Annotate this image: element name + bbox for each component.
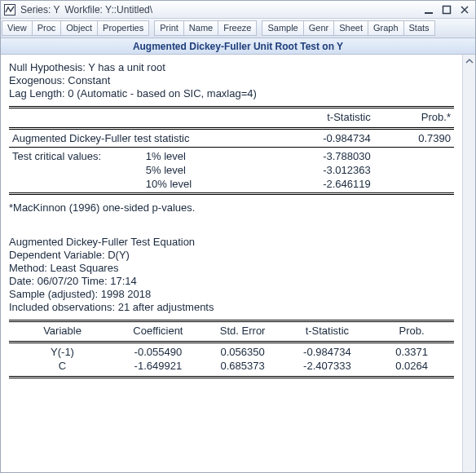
exogenous-line: Exogenous: Constant <box>9 74 454 86</box>
crit-level-10: 10% level <box>143 177 285 191</box>
adf-label: Augmented Dickey-Fuller test statistic <box>9 131 285 145</box>
toolbar-sheet[interactable]: Sheet <box>333 20 368 36</box>
crit-level-1: 1% level <box>143 149 285 163</box>
crit-value-1: -3.788030 <box>285 149 374 163</box>
minimize-button[interactable] <box>423 4 434 15</box>
hdr-prob: Prob. <box>369 324 454 338</box>
adf-p: 0.7390 <box>374 131 454 145</box>
toolbar-stats[interactable]: Stats <box>403 20 435 36</box>
crit-value-10: -2.646119 <box>285 177 374 191</box>
vertical-scrollbar[interactable] <box>462 55 475 472</box>
toolbar: View Proc Object Properties Print Name F… <box>1 19 475 38</box>
result-title: Augmented Dickey-Fuller Unit Root Test o… <box>1 38 475 55</box>
null-hypothesis: Null Hypothesis: Y has a unit root <box>9 61 454 73</box>
coef-table: Y(-1) -0.055490 0.056350 -0.984734 0.337… <box>9 345 454 373</box>
row1-coef: -0.055490 <box>116 345 201 359</box>
row2-p: 0.0264 <box>369 359 454 373</box>
critical-values-table: Test critical values: 1% level -3.788030… <box>9 149 454 191</box>
toolbar-freeze[interactable]: Freeze <box>218 20 257 36</box>
series-icon <box>4 4 15 15</box>
maximize-button[interactable] <box>441 4 452 15</box>
crit-values-label: Test critical values: <box>9 149 143 163</box>
crit-value-5: -3.012363 <box>285 163 374 177</box>
toolbar-genr[interactable]: Genr <box>303 20 334 36</box>
hdr-coef: Coefficient <box>116 324 201 338</box>
row1-p: 0.3371 <box>369 345 454 359</box>
title-series: Series: Y <box>20 4 60 15</box>
eq-obs: Included observations: 21 after adjustme… <box>9 301 454 313</box>
toolbar-group-3: Sample Genr Sheet Graph Stats <box>262 20 434 36</box>
header-prob: Prob.* <box>374 110 454 124</box>
titlebar[interactable]: Series: Y Workfile: Y::Untitled\ <box>1 1 475 19</box>
crit-level-5: 5% level <box>143 163 285 177</box>
window-controls <box>423 4 472 15</box>
eq-sample: Sample (adjusted): 1998 2018 <box>9 288 454 300</box>
scroll-up-icon[interactable] <box>463 55 475 68</box>
table-row: Y(-1) -0.055490 0.056350 -0.984734 0.337… <box>9 345 454 359</box>
eq-depvar: Dependent Variable: D(Y) <box>9 249 454 261</box>
adf-row-table: Augmented Dickey-Fuller test statistic -… <box>9 131 454 145</box>
row2-se: 0.685373 <box>201 359 285 373</box>
row2-coef: -1.649921 <box>116 359 201 373</box>
title-workfile: Workfile: Y::Untitled\ <box>64 4 152 15</box>
toolbar-object[interactable]: Object <box>60 20 98 36</box>
toolbar-sample[interactable]: Sample <box>262 20 303 36</box>
test-stat-table: t-Statistic Prob.* <box>9 110 454 124</box>
hdr-t: t-Statistic <box>285 324 370 338</box>
mackinnon-note: *MacKinnon (1996) one-sided p-values. <box>9 201 454 214</box>
equation-header: Augmented Dickey-Fuller Test Equation De… <box>9 236 454 313</box>
header-tstat: t-Statistic <box>285 110 374 124</box>
series-window: Series: Y Workfile: Y::Untitled\ View Pr… <box>0 0 476 473</box>
row1-var: Y(-1) <box>9 345 116 359</box>
close-button[interactable] <box>459 4 470 15</box>
lag-length-line: Lag Length: 0 (Automatic - based on SIC,… <box>9 87 454 99</box>
table-row: C -1.649921 0.685373 -2.407333 0.0264 <box>9 359 454 373</box>
toolbar-view[interactable]: View <box>2 20 33 36</box>
output-content: Null Hypothesis: Y has a unit root Exoge… <box>1 55 462 472</box>
row2-t: -2.407333 <box>285 359 370 373</box>
row1-se: 0.056350 <box>201 345 285 359</box>
eq-date: Date: 06/07/20 Time: 17:14 <box>9 275 454 287</box>
svg-rect-2 <box>443 6 451 13</box>
toolbar-properties[interactable]: Properties <box>97 20 149 36</box>
toolbar-print[interactable]: Print <box>154 20 184 36</box>
coef-header-table: Variable Coefficient Std. Error t-Statis… <box>9 324 454 338</box>
eq-method: Method: Least Squares <box>9 262 454 274</box>
hypothesis-block: Null Hypothesis: Y has a unit root Exoge… <box>9 61 454 99</box>
toolbar-group-2: Print Name Freeze <box>154 20 257 36</box>
toolbar-graph[interactable]: Graph <box>368 20 404 36</box>
hdr-se: Std. Error <box>201 324 285 338</box>
row1-t: -0.984734 <box>285 345 370 359</box>
toolbar-name[interactable]: Name <box>183 20 218 36</box>
toolbar-proc[interactable]: Proc <box>32 20 62 36</box>
row2-var: C <box>9 359 116 373</box>
eq-title: Augmented Dickey-Fuller Test Equation <box>9 236 454 248</box>
toolbar-group-1: View Proc Object Properties <box>2 20 149 36</box>
adf-t: -0.984734 <box>285 131 374 145</box>
hdr-variable: Variable <box>9 324 116 338</box>
